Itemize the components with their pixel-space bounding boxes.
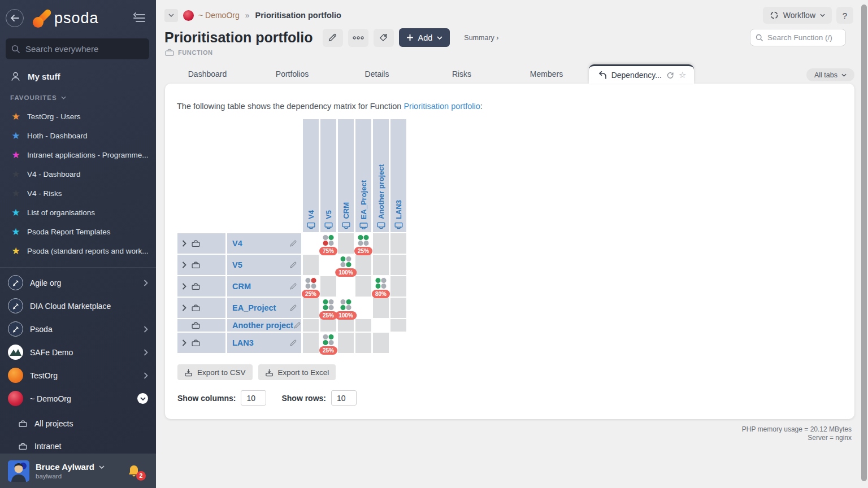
matrix-cell-v5-v5 — [320, 255, 336, 275]
back-button[interactable] — [6, 9, 24, 27]
summary-link[interactable]: Summary › — [464, 34, 498, 42]
row-link[interactable]: EA_Project — [232, 303, 289, 312]
matrix-cell-ea-project-v5[interactable]: 25% — [320, 298, 336, 318]
tab-portfolios[interactable]: Portfolios — [250, 69, 335, 84]
row-link[interactable]: Another project — [232, 321, 293, 330]
tab-dashboard[interactable]: Dashboard — [165, 69, 250, 84]
chevron-right-icon[interactable] — [182, 262, 186, 268]
dependency-percentage-badge: 100% — [335, 268, 357, 277]
pencil-icon[interactable] — [293, 321, 301, 329]
favourite-item-hoth-dashboard[interactable]: ★Hoth - Dashboard — [0, 126, 156, 145]
matrix-row-expander-another-project[interactable] — [177, 319, 225, 332]
export-csv-button[interactable]: Export to CSV — [177, 364, 253, 380]
matrix-cell-crm-v4[interactable]: 25% — [303, 276, 319, 297]
breadcrumb-org[interactable]: ~ DemoOrg — [198, 11, 240, 20]
function-link[interactable]: Prioritisation portfolio — [403, 102, 480, 111]
matrix-column-header-crm[interactable]: CRM — [338, 119, 354, 232]
matrix-column-header-ea-project[interactable]: EA_Project — [355, 119, 371, 232]
matrix-column-header-v4[interactable]: V4 — [303, 119, 319, 232]
org-item-safe-demo[interactable]: SAFe Demo — [0, 341, 156, 364]
help-button[interactable]: ? — [836, 7, 853, 24]
tab-dependency-label: Dependency... — [611, 71, 662, 80]
row-link[interactable]: LAN3 — [232, 338, 289, 347]
refresh-icon[interactable] — [666, 71, 674, 79]
workflow-button[interactable]: Workflow — [763, 7, 832, 24]
matrix-row-expander-v5[interactable] — [177, 255, 225, 275]
sidebar-collapse-button[interactable] — [129, 10, 149, 26]
edit-button[interactable] — [323, 29, 343, 47]
matrix-cell-v4-v5[interactable]: 75% — [320, 233, 336, 254]
matrix-column-header-v5[interactable]: V5 — [320, 119, 336, 232]
chevron-right-icon[interactable] — [144, 280, 148, 286]
matrix-row-expander-lan3[interactable] — [177, 333, 225, 353]
sidebar-item-my-stuff[interactable]: My stuff — [0, 67, 156, 85]
sidebar-search-input[interactable] — [25, 44, 138, 54]
matrix-column-header-lan3[interactable]: LAN3 — [390, 119, 406, 232]
matrix-cell-crm-another-project[interactable]: 80% — [373, 276, 389, 297]
favourite-item-list-of-organisations[interactable]: ★List of organisations — [0, 203, 156, 222]
show-columns-input[interactable] — [241, 390, 266, 406]
favourite-star-icon[interactable]: ☆ — [679, 71, 686, 79]
row-link[interactable]: V5 — [232, 260, 289, 269]
function-search-input[interactable] — [767, 33, 835, 42]
briefcase-icon — [342, 222, 350, 229]
chevron-right-icon[interactable] — [182, 304, 186, 311]
pencil-icon[interactable] — [289, 239, 297, 247]
favourite-item-psoda-standard-reports-and-work[interactable]: ★Psoda (standard reports and work... — [0, 241, 156, 260]
chevron-right-icon[interactable] — [144, 349, 148, 356]
avatar[interactable] — [8, 460, 29, 482]
show-rows-input[interactable] — [331, 390, 357, 406]
dependency-percentage-badge: 100% — [335, 311, 357, 320]
org-item-psoda[interactable]: Psoda — [0, 317, 156, 341]
tab-risks[interactable]: Risks — [419, 69, 504, 84]
matrix-cell-v5-crm[interactable]: 100% — [338, 255, 354, 275]
chevron-down-icon[interactable] — [137, 393, 148, 404]
tab-members[interactable]: Members — [504, 69, 589, 84]
user-name[interactable]: Bruce Aylward — [36, 462, 128, 472]
tab-dependency-matrix[interactable]: Dependency... ☆ — [589, 64, 694, 84]
favourite-item-testorg-users[interactable]: ★TestOrg - Users — [0, 107, 156, 126]
org-item-agile-org[interactable]: Agile org — [0, 271, 156, 294]
matrix-cell-ea-project-ea-project — [355, 298, 371, 318]
chevron-right-icon[interactable] — [144, 326, 148, 333]
row-link[interactable]: V4 — [232, 239, 289, 248]
org-item-testorg[interactable]: TestOrg — [0, 364, 156, 387]
matrix-cell-ea-project-crm[interactable]: 100% — [338, 298, 354, 318]
matrix-column-header-another-project[interactable]: Another project — [373, 119, 389, 232]
favourite-item-v4-risks[interactable]: ★V4 - Risks — [0, 184, 156, 203]
org-child-all-projects[interactable]: All projects — [0, 412, 156, 435]
all-tabs-button[interactable]: All tabs — [806, 68, 854, 81]
search-icon — [756, 34, 763, 42]
psoda-logo[interactable]: psoda — [32, 7, 129, 29]
chevron-right-icon[interactable] — [182, 283, 186, 290]
breadcrumb-expand-button[interactable] — [164, 9, 178, 22]
scrollbar-thumb[interactable] — [861, 5, 867, 481]
favourite-item-intranet-applications-programme[interactable]: ★Intranet applications - Programme... — [0, 145, 156, 164]
notifications-button[interactable]: 2 — [128, 464, 140, 478]
pencil-icon[interactable] — [289, 304, 297, 312]
matrix-cell-v4-ea-project[interactable]: 25% — [355, 233, 371, 254]
more-options-button[interactable] — [348, 29, 368, 47]
pencil-icon[interactable] — [289, 261, 297, 269]
matrix-cell-lan3-v5[interactable]: 25% — [320, 333, 336, 353]
favourite-item-psoda-report-templates[interactable]: ★Psoda Report Templates — [0, 222, 156, 241]
matrix-row-expander-ea-project[interactable] — [177, 298, 225, 318]
add-button[interactable]: Add — [399, 28, 450, 47]
matrix-row-expander-v4[interactable] — [177, 233, 225, 254]
chevron-right-icon[interactable] — [182, 240, 186, 247]
favourites-section-header[interactable]: FAVOURITES — [0, 94, 156, 101]
tab-details[interactable]: Details — [335, 69, 419, 84]
tag-button[interactable] — [374, 29, 394, 47]
download-xlsx-icon — [265, 368, 274, 377]
pencil-icon[interactable] — [289, 282, 297, 290]
favourite-item-v4-dashboard[interactable]: ★V4 - Dashboard — [0, 164, 156, 184]
chevron-right-icon[interactable] — [182, 339, 186, 346]
export-excel-button[interactable]: Export to Excel — [258, 364, 336, 380]
chevron-right-icon[interactable] — [144, 372, 148, 379]
briefcase-icon — [192, 322, 200, 329]
pencil-icon[interactable] — [289, 339, 297, 347]
org-item-demoorg[interactable]: ~ DemoOrg — [0, 387, 156, 410]
org-item-dia-cloud-marketplace[interactable]: DIA Cloud Marketplace — [0, 294, 156, 317]
row-link[interactable]: CRM — [232, 282, 289, 291]
matrix-row-expander-crm[interactable] — [177, 276, 225, 297]
